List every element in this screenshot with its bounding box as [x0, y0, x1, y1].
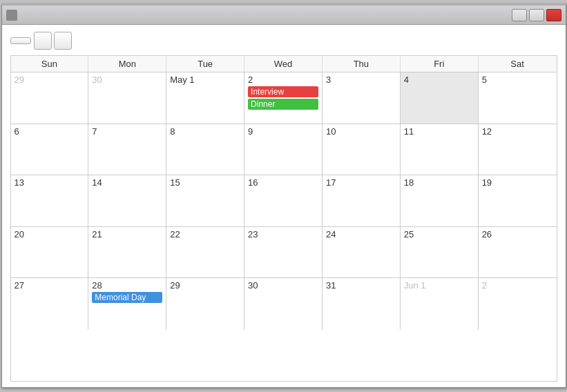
calendar-cell[interactable]: 25: [401, 227, 479, 278]
day-number: 30: [248, 280, 318, 291]
calendar-cell[interactable]: Jun 1: [401, 278, 479, 330]
calendar-cell[interactable]: 31: [323, 278, 401, 330]
day-number: 27: [15, 280, 85, 291]
calendar-cell[interactable]: 19: [479, 175, 557, 226]
day-number: 22: [170, 229, 240, 239]
calendar-cell[interactable]: 16: [244, 175, 323, 226]
day-number: 29: [170, 280, 240, 291]
calendar-cell[interactable]: 17: [323, 175, 401, 226]
day-number: 12: [482, 126, 553, 137]
calendar-cell[interactable]: 12: [479, 124, 557, 175]
header-day-thu: Thu: [323, 56, 401, 72]
day-number: 10: [326, 126, 396, 137]
day-number: 15: [170, 177, 240, 188]
calendar-cell[interactable]: 21: [88, 227, 166, 278]
day-number: 21: [92, 229, 162, 239]
calendar: SunMonTueWedThuFriSat 2930May 12Intervie…: [10, 55, 557, 382]
calendar-cell[interactable]: 10: [323, 124, 401, 175]
next-button[interactable]: [54, 32, 72, 50]
calendar-cell[interactable]: 15: [166, 175, 244, 226]
calendar-cell[interactable]: 24: [323, 227, 401, 278]
day-number: 14: [92, 177, 162, 188]
header-day-sat: Sat: [479, 56, 557, 72]
day-number: 24: [326, 229, 396, 239]
day-number: 28: [92, 280, 162, 291]
day-number: 11: [404, 126, 474, 137]
window-controls: [512, 9, 561, 21]
day-number: 31: [326, 280, 396, 291]
header-day-sun: Sun: [11, 56, 89, 72]
day-number: 17: [326, 177, 396, 188]
day-number: 18: [404, 177, 474, 188]
content-area: SunMonTueWedThuFriSat 2930May 12Intervie…: [2, 25, 566, 387]
day-number: 9: [248, 126, 318, 137]
header-day-mon: Mon: [88, 56, 166, 72]
close-button[interactable]: [546, 9, 561, 21]
prev-button[interactable]: [34, 32, 52, 50]
calendar-cell[interactable]: 2InterviewDinner: [244, 72, 323, 124]
day-number: 25: [404, 229, 474, 239]
calendar-event[interactable]: Dinner: [248, 99, 318, 110]
calendar-cell[interactable]: 14: [88, 175, 166, 226]
calendar-event[interactable]: Memorial Day: [92, 292, 162, 303]
calendar-week-1: 6789101112: [11, 124, 557, 176]
calendar-cell[interactable]: 20: [11, 227, 89, 278]
main-window: SunMonTueWedThuFriSat 2930May 12Intervie…: [1, 4, 566, 388]
day-number: 20: [15, 229, 85, 239]
calendar-cell[interactable]: 29: [11, 72, 89, 124]
calendar-cell[interactable]: 13: [11, 175, 89, 226]
day-number: 16: [248, 177, 318, 188]
day-number: 8: [170, 126, 240, 137]
calendar-week-0: 2930May 12InterviewDinner345: [11, 72, 557, 124]
day-number: 30: [92, 75, 162, 85]
minimize-button[interactable]: [512, 9, 527, 21]
restore-button[interactable]: [529, 9, 544, 21]
day-number: 23: [248, 229, 318, 239]
header-day-wed: Wed: [244, 56, 323, 72]
calendar-cell[interactable]: 3: [323, 72, 401, 124]
calendar-cell[interactable]: 26: [479, 227, 557, 278]
day-number: 26: [482, 229, 553, 239]
calendar-cell[interactable]: 30: [244, 278, 323, 330]
calendar-cell[interactable]: 28Memorial Day: [88, 278, 166, 330]
calendar-cell[interactable]: 2: [479, 278, 557, 330]
calendar-header: SunMonTueWedThuFriSat: [11, 56, 557, 72]
calendar-cell[interactable]: 18: [401, 175, 479, 226]
day-number: Jun 1: [404, 280, 474, 291]
day-number: 5: [482, 75, 553, 85]
day-number: 7: [92, 126, 162, 137]
calendar-cell[interactable]: 8: [166, 124, 244, 175]
calendar-cell[interactable]: 6: [11, 124, 89, 175]
day-number: 29: [15, 75, 85, 85]
day-number: 4: [404, 75, 474, 85]
calendar-cell[interactable]: 11: [401, 124, 479, 175]
calendar-cell[interactable]: 5: [479, 72, 557, 124]
calendar-cell[interactable]: 29: [166, 278, 244, 330]
title-bar: [2, 6, 566, 25]
calendar-toolbar: [10, 32, 557, 50]
calendar-cell[interactable]: 7: [88, 124, 166, 175]
header-day-tue: Tue: [166, 56, 244, 72]
calendar-cell[interactable]: 22: [166, 227, 244, 278]
calendar-cell[interactable]: 27: [11, 278, 89, 330]
day-number: 3: [326, 75, 396, 85]
calendar-week-2: 13141516171819: [11, 175, 557, 227]
day-number: May 1: [170, 75, 240, 85]
header-day-fri: Fri: [401, 56, 479, 72]
day-number: 6: [15, 126, 85, 137]
calendar-cell[interactable]: 4: [401, 72, 479, 124]
window-icon: [6, 10, 17, 21]
day-number: 2: [482, 280, 553, 291]
calendar-week-4: 2728Memorial Day293031Jun 12: [11, 278, 557, 330]
calendar-week-3: 20212223242526: [11, 227, 557, 279]
day-number: 19: [482, 177, 553, 188]
calendar-cell[interactable]: 30: [88, 72, 166, 124]
calendar-cell[interactable]: 9: [244, 124, 323, 175]
day-number: 2: [248, 75, 318, 85]
calendar-cell[interactable]: May 1: [166, 72, 244, 124]
calendar-event[interactable]: Interview: [248, 86, 318, 97]
day-number: 13: [15, 177, 85, 188]
today-button[interactable]: [10, 37, 31, 44]
calendar-body: 2930May 12InterviewDinner345678910111213…: [11, 72, 557, 381]
calendar-cell[interactable]: 23: [244, 227, 323, 278]
